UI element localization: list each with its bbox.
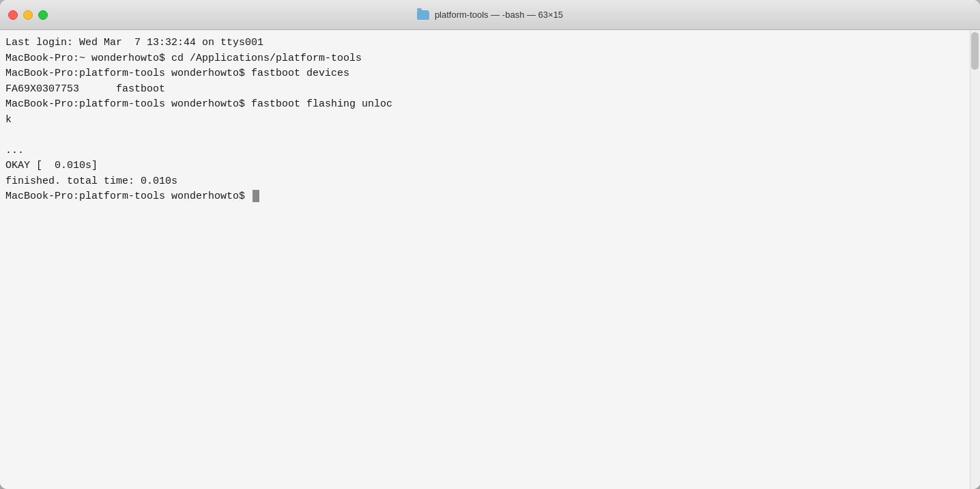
traffic-lights <box>8 10 48 20</box>
terminal-line-5: MacBook-Pro:platform-tools wonderhowto$ … <box>5 97 956 113</box>
minimize-button[interactable] <box>23 10 33 20</box>
title-bar: platform-tools — -bash — 63×15 <box>0 0 980 30</box>
terminal-line-6: k <box>5 113 956 128</box>
terminal-line-3: MacBook-Pro:platform-tools wonderhowto$ … <box>5 66 956 82</box>
terminal-line-8: ... <box>5 143 956 159</box>
terminal-line-10: finished. total time: 0.010s <box>5 174 956 190</box>
terminal-cursor <box>253 190 259 202</box>
terminal-line-9: OKAY [ 0.010s] <box>5 158 956 174</box>
window-title: platform-tools — -bash — 63×15 <box>435 10 563 20</box>
scrollbar-thumb[interactable] <box>971 32 979 70</box>
maximize-button[interactable] <box>38 10 48 20</box>
close-button[interactable] <box>8 10 18 20</box>
title-bar-title: platform-tools — -bash — 63×15 <box>417 10 563 20</box>
terminal-line-7 <box>5 128 956 143</box>
terminal-content: Last login: Wed Mar 7 13:32:44 on ttys00… <box>5 36 956 205</box>
terminal-line-11: MacBook-Pro:platform-tools wonderhowto$ <box>5 189 956 205</box>
folder-icon <box>417 10 429 20</box>
scrollbar[interactable] <box>970 30 980 489</box>
terminal-body[interactable]: Last login: Wed Mar 7 13:32:44 on ttys00… <box>0 30 980 489</box>
terminal-line-4: FA69X0307753 fastboot <box>5 82 956 98</box>
terminal-window: platform-tools — -bash — 63×15 Last logi… <box>0 0 980 489</box>
terminal-line-2: MacBook-Pro:~ wonderhowto$ cd /Applicati… <box>5 51 956 67</box>
terminal-line-1: Last login: Wed Mar 7 13:32:44 on ttys00… <box>5 36 956 51</box>
